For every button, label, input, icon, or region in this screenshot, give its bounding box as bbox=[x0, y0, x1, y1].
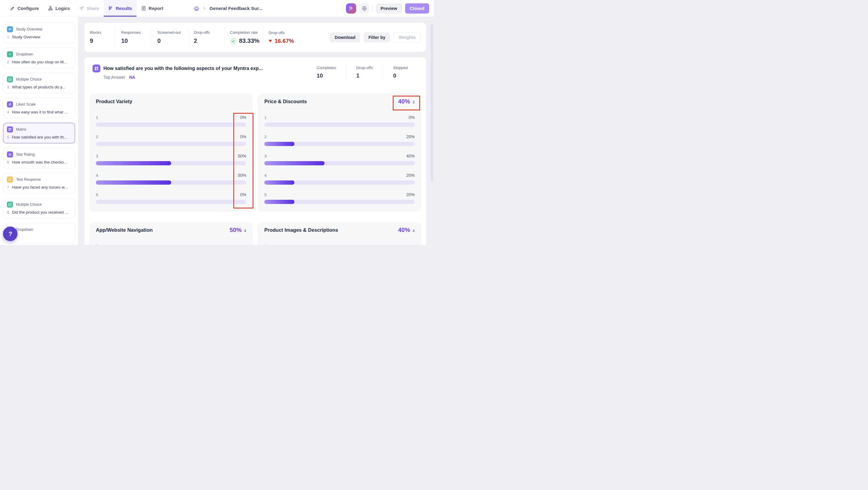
bar-track bbox=[96, 180, 246, 185]
bar-value: 20% bbox=[406, 173, 415, 178]
sparkles-icon bbox=[348, 5, 354, 11]
language-button[interactable] bbox=[359, 3, 370, 13]
tab-share[interactable]: Share bbox=[74, 0, 104, 17]
question-number: 1 bbox=[7, 35, 9, 39]
ai-assistant-button[interactable] bbox=[346, 3, 356, 13]
sidebar-item-matrix-5[interactable]: Matrix 5 How satisfied are you with th..… bbox=[3, 123, 75, 143]
stat-blocks: Blocks 9 bbox=[84, 28, 116, 47]
filter-by-button[interactable]: Filter by bbox=[364, 32, 390, 42]
main-nav-tabs: Configure Logics Share Results Report bbox=[5, 0, 167, 17]
star-icon bbox=[7, 151, 13, 157]
weights-button[interactable]: Weights bbox=[394, 32, 421, 42]
sidebar-item-multiple-choice-8[interactable]: Multiple Choice 8 Did the product you re… bbox=[3, 198, 75, 219]
vertical-scrollbar[interactable] bbox=[431, 24, 433, 181]
bar-value: 50% bbox=[238, 173, 246, 178]
question-type-label: Likert Scale bbox=[16, 102, 36, 107]
sidebar-item-study-overview[interactable]: Study Overview 1 Study Overview bbox=[3, 23, 75, 43]
tab-report[interactable]: Report bbox=[136, 0, 167, 17]
stat-label: Responses bbox=[121, 30, 152, 35]
stat-screened-out: Screened-out 0 bbox=[152, 28, 188, 47]
question-type-label: Matrix bbox=[16, 127, 26, 132]
tab-configure[interactable]: Configure bbox=[5, 0, 43, 17]
stats-actions: Download Filter by Weights bbox=[330, 32, 426, 42]
bar-track bbox=[96, 142, 246, 146]
breadcrumb: General Feedback Sur... bbox=[193, 0, 262, 17]
stat-label: Drop-offs bbox=[194, 30, 224, 35]
chevron-down-icon bbox=[7, 51, 13, 57]
matrix-icon bbox=[93, 64, 100, 73]
chart-panel-app-navigation: App/Website Navigation 50% 4 1 bbox=[89, 222, 253, 245]
chart-title: App/Website Navigation bbox=[96, 227, 153, 233]
chart-title: Product Variety bbox=[96, 99, 132, 105]
question-number: 7 bbox=[7, 185, 9, 190]
sidebar-item-star-rating-6[interactable]: Star Rating 6 How smooth was the checko.… bbox=[3, 148, 75, 168]
stat-value: 83.33% bbox=[239, 37, 259, 45]
question-number: 8 bbox=[7, 210, 9, 214]
tab-logics[interactable]: Logics bbox=[43, 0, 74, 17]
stat-drop-offs: Drop-offs 2 bbox=[188, 28, 224, 47]
top-answer-percent: 50% bbox=[230, 227, 242, 234]
question-text: How often do you shop on M... bbox=[12, 60, 71, 64]
question-type-label: Star Rating bbox=[16, 152, 35, 156]
metric-label: Skipped bbox=[393, 65, 408, 70]
top-answer-percent: 40% bbox=[398, 227, 410, 234]
bar-row: 1 bbox=[96, 243, 246, 245]
question-text: How easy was it to find what ... bbox=[12, 110, 71, 114]
question-results-card: How satisfied are you with the following… bbox=[84, 57, 426, 245]
bar-category: 2 bbox=[96, 135, 98, 139]
sidebar-item-dropdown-2[interactable]: Dropdown 2 How often do you shop on M... bbox=[3, 48, 75, 68]
top-answer-label: Top Answer bbox=[103, 75, 125, 80]
preview-button[interactable]: Preview bbox=[376, 3, 402, 13]
home-icon[interactable] bbox=[193, 5, 199, 11]
top-answer-count: 3 bbox=[412, 100, 415, 105]
bar-row: 10% bbox=[264, 115, 415, 127]
question-number: 4 bbox=[7, 110, 9, 114]
bar-track bbox=[264, 200, 415, 204]
chart-title: Product Images & Descriptions bbox=[264, 227, 338, 233]
checkbox-icon bbox=[7, 202, 13, 208]
metric-skipped: Skipped 0 bbox=[383, 63, 418, 82]
stat-label: Drop-offs bbox=[269, 30, 308, 35]
sidebar-item-multiple-choice-3[interactable]: Multiple Choice 3 What types of products… bbox=[3, 73, 75, 93]
bar-fill bbox=[264, 161, 324, 165]
top-answer-value: NA bbox=[129, 75, 135, 80]
tab-results[interactable]: Results bbox=[104, 0, 136, 17]
download-button[interactable]: Download bbox=[330, 32, 360, 42]
bar-category: 5 bbox=[264, 193, 267, 197]
stat-value: 2 bbox=[194, 37, 224, 45]
bar-value: 0% bbox=[240, 192, 246, 197]
question-type-label: Dropdown bbox=[16, 52, 33, 56]
chart-panel-price-discounts: Price & Discounts 40% 3 10% 220% 340% 42… bbox=[258, 93, 421, 212]
chart-top-answer: 40% 4 bbox=[398, 227, 415, 234]
report-doc-icon bbox=[141, 6, 146, 11]
bar-track bbox=[96, 122, 246, 127]
bar-row: 1 bbox=[264, 243, 415, 245]
sidebar-item-text-response-7[interactable]: Text Response 7 Have you faced any issue… bbox=[3, 173, 75, 194]
bar-row: 420% bbox=[264, 173, 415, 185]
help-button[interactable]: ? bbox=[3, 227, 18, 241]
bar-category: 5 bbox=[96, 193, 98, 197]
chart-top-answer: 40% 3 bbox=[398, 98, 415, 105]
stats-summary-card: Blocks 9 Responses 10 Screened-out 0 Dro… bbox=[84, 23, 426, 52]
tab-label: Configure bbox=[18, 6, 39, 11]
question-text: How satisfied are you with th... bbox=[12, 135, 71, 139]
bar-fill bbox=[264, 142, 294, 146]
bar-track bbox=[264, 161, 415, 165]
bar-category: 1 bbox=[96, 115, 98, 120]
bar-category: 1 bbox=[264, 244, 267, 245]
stat-responses: Responses 10 bbox=[116, 28, 152, 47]
metric-value: 1 bbox=[356, 73, 373, 79]
sidebar-item-likert-4[interactable]: Likert Scale 4 How easy was it to find w… bbox=[3, 98, 75, 118]
checkbox-icon bbox=[7, 76, 13, 82]
send-icon bbox=[79, 6, 84, 11]
stat-drop-offs-rate: Drop-offs 16.67% bbox=[263, 28, 308, 47]
status-closed-button[interactable]: Closed bbox=[405, 3, 429, 13]
tab-label: Logics bbox=[56, 6, 70, 11]
question-sidebar: Study Overview 1 Study Overview Dropdown… bbox=[0, 17, 79, 245]
question-mark-icon: ? bbox=[8, 231, 12, 237]
stat-value: 10 bbox=[121, 37, 152, 45]
chart-panel-product-variety: Product Variety 10% 20% 350% 450% 50% bbox=[89, 93, 253, 212]
chart-top-answer: 50% 4 bbox=[230, 227, 246, 234]
question-title: How satisfied are you with the following… bbox=[103, 66, 263, 71]
chat-icon bbox=[7, 176, 13, 182]
